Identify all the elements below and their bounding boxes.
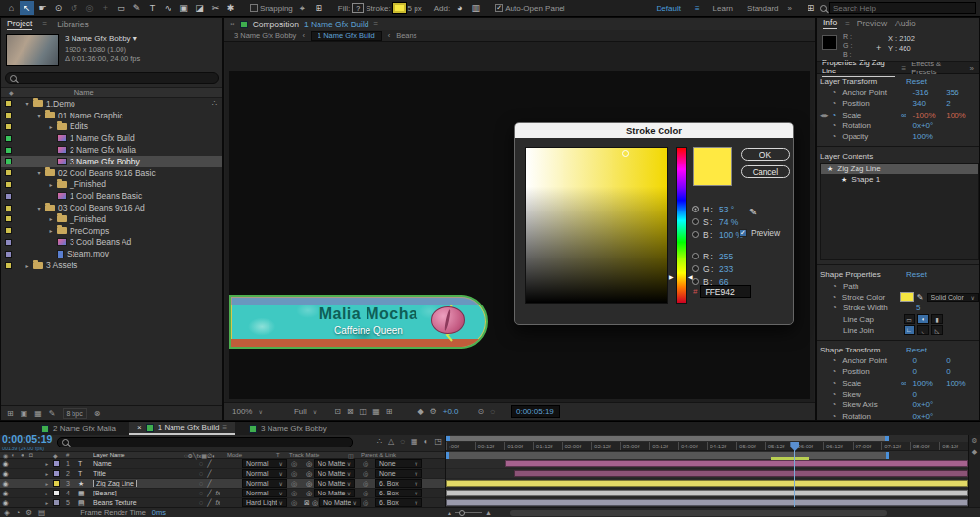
- pickwhip-icon[interactable]: ◎: [306, 460, 312, 468]
- lower-third-banner[interactable]: Malia Mocha Caffeine Queen: [229, 295, 488, 349]
- parent-dropdown[interactable]: 6. Box∨: [375, 479, 422, 488]
- item-name[interactable]: 3 Cool Beans Ad: [70, 237, 131, 247]
- tab-libraries[interactable]: Libraries: [57, 20, 89, 29]
- project-tree-item[interactable]: 3 Cool Beans Ad: [1, 237, 222, 249]
- label-color-chip[interactable]: [5, 239, 12, 246]
- shy-switch-icon[interactable]: ◌: [199, 480, 203, 488]
- project-tree-item[interactable]: ▸ PreComps: [1, 225, 222, 237]
- track-matte-dropdown[interactable]: No Matte∨: [314, 479, 355, 488]
- panel-menu-icon[interactable]: ≡: [374, 20, 379, 28]
- property-value[interactable]: 0: [946, 367, 979, 376]
- snap-option-icon[interactable]: ⌖: [295, 1, 310, 15]
- eyedropper-icon[interactable]: ✎: [917, 293, 924, 302]
- layer-row[interactable]: ◉ ▸ 4 ▦ [Beans] ◌ ╱ fx: [0, 489, 445, 498]
- eye-icon[interactable]: ◉: [0, 480, 11, 488]
- label-color-chip[interactable]: [5, 205, 12, 212]
- work-area-bar[interactable]: [446, 452, 889, 459]
- fill-label[interactable]: Fill:: [338, 4, 350, 13]
- ok-button[interactable]: OK: [741, 148, 790, 161]
- workspace-item[interactable]: Standard: [747, 4, 778, 13]
- label-color-chip[interactable]: [5, 158, 12, 164]
- resolution-value[interactable]: Full: [294, 407, 307, 416]
- property-value[interactable]: 100%: [946, 379, 979, 388]
- layer-duration-bar[interactable]: [446, 480, 968, 487]
- mini-flowchart-icon[interactable]: ∴: [377, 437, 382, 446]
- matte-toggle-icon[interactable]: ⊠: [304, 499, 310, 507]
- project-tree-item[interactable]: 1 Cool Beans Basic: [1, 190, 222, 202]
- radio-button[interactable]: [692, 206, 699, 212]
- zoom-out-mountain-icon[interactable]: ▲: [447, 510, 452, 516]
- audio-column-icon[interactable]: ◖: [11, 452, 21, 458]
- timeline-zoom-slider[interactable]: [455, 512, 482, 513]
- line-join-option-icon[interactable]: ◟: [917, 325, 929, 335]
- selected-item-title[interactable]: 3 Name Gfx Bobby ▾: [65, 34, 140, 43]
- fast-previews-icon[interactable]: ⚙: [430, 407, 437, 416]
- render-network-icon[interactable]: ◈: [4, 508, 10, 517]
- hand-tool-icon[interactable]: ☛: [35, 1, 50, 15]
- shy-switch-icon[interactable]: ◌: [199, 460, 203, 468]
- parent-dropdown[interactable]: None∨: [375, 459, 422, 468]
- quality-switch-icon[interactable]: ╱: [207, 499, 211, 507]
- item-name[interactable]: 3 Assets: [46, 260, 77, 270]
- pickwhip-icon[interactable]: ◎: [306, 470, 312, 478]
- breadcrumb-current[interactable]: 1 Name Gfx Build: [311, 31, 382, 41]
- stopwatch-icon[interactable]: ◔: [831, 293, 841, 302]
- shape-tool-icon[interactable]: ▭: [114, 1, 128, 15]
- label-color-chip[interactable]: [5, 181, 12, 188]
- item-name[interactable]: 1.Demo: [46, 99, 75, 109]
- label-column-icon[interactable]: ◆: [53, 452, 66, 459]
- new-composition-icon[interactable]: ▦: [34, 409, 42, 418]
- settings-gear-icon[interactable]: ⚙: [25, 508, 32, 517]
- draft-3d-icon[interactable]: △: [388, 437, 394, 446]
- tab-audio[interactable]: Audio: [895, 19, 916, 28]
- layer-label-chip[interactable]: [53, 499, 60, 506]
- current-timecode[interactable]: 0:00:05:19 00139 (24.00 fps): [0, 434, 55, 453]
- item-name[interactable]: 1 Name Gfx Build: [70, 133, 135, 143]
- active-comp-name[interactable]: 1 Name Gfx Build: [304, 20, 369, 29]
- radio-button[interactable]: [692, 278, 699, 285]
- item-name[interactable]: 02 Cool Beans 9x16 Basic: [58, 168, 156, 178]
- track-matte-dropdown[interactable]: No Matte∨: [314, 489, 355, 497]
- auto-open-checkbox[interactable]: ✓: [495, 4, 503, 12]
- panel-menu-icon[interactable]: ≡: [901, 64, 906, 72]
- pickwhip-icon[interactable]: ◎: [306, 490, 312, 497]
- item-name[interactable]: 01 Name Graphic: [58, 111, 123, 120]
- zoom-tool-icon[interactable]: ⊙: [51, 1, 66, 15]
- line-cap-option-icon[interactable]: ◖: [917, 314, 929, 324]
- radio-button[interactable]: [692, 231, 699, 238]
- layer-duration-bar[interactable]: [446, 499, 968, 506]
- layer-name-column-header[interactable]: Layer Name: [93, 452, 184, 458]
- snap-grid-icon[interactable]: ⊞: [312, 1, 326, 15]
- property-value[interactable]: 5: [916, 304, 951, 312]
- parent-dropdown[interactable]: 6. Box∨: [375, 489, 422, 497]
- layer-duration-bar[interactable]: [446, 490, 968, 496]
- add-fill-icon[interactable]: ◕: [452, 1, 466, 15]
- twirl-icon[interactable]: ▸: [41, 500, 53, 506]
- parent-pickwhip-icon[interactable]: ◎: [363, 470, 375, 478]
- preserve-transparency-toggle[interactable]: ◎: [291, 499, 304, 507]
- layer-name[interactable]: Name: [93, 460, 199, 467]
- workspace-more-chevron[interactable]: »: [788, 4, 792, 13]
- item-name[interactable]: Steam.mov: [67, 249, 109, 258]
- project-tree-item[interactable]: ▾ 01 Name Graphic: [1, 110, 222, 121]
- twirl-icon[interactable]: ▸: [47, 215, 55, 222]
- panel-title[interactable]: Composition: [253, 20, 299, 29]
- parent-pickwhip-icon[interactable]: ◎: [363, 490, 375, 497]
- stroke-type-dropdown[interactable]: Solid Color∨: [927, 293, 979, 302]
- workspace-item[interactable]: ≡: [695, 4, 700, 13]
- project-columns-header[interactable]: ◆ Name: [1, 87, 222, 98]
- mode-column-header[interactable]: Mode: [227, 452, 276, 458]
- pickwhip-icon[interactable]: ◎: [312, 499, 318, 507]
- close-icon[interactable]: ×: [137, 423, 142, 432]
- fx-switch-icon[interactable]: fx: [215, 490, 220, 497]
- item-name[interactable]: 3 Name Gfx Bobby: [70, 157, 140, 166]
- property-value[interactable]: 100%: [946, 111, 979, 119]
- number-column-header[interactable]: #: [66, 452, 78, 458]
- property-value[interactable]: 100%: [913, 379, 947, 388]
- parent-pickwhip-column-icon[interactable]: ◫: [348, 452, 361, 459]
- radio-button[interactable]: [692, 218, 699, 225]
- stroke-swatch[interactable]: [393, 3, 406, 13]
- region-of-interest-icon[interactable]: ⊡: [334, 407, 341, 416]
- twirl-icon[interactable]: ▾: [35, 169, 43, 176]
- property-value[interactable]: 0x+0°: [913, 121, 947, 130]
